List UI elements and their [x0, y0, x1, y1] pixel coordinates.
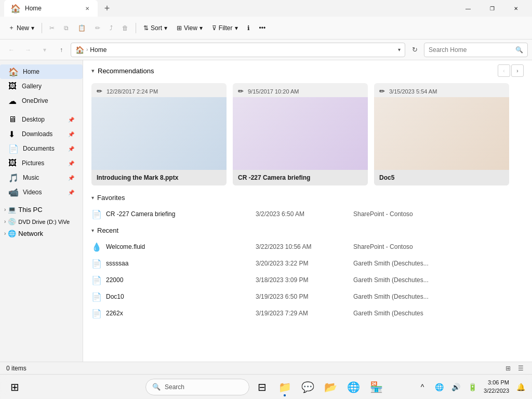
taskbar-store-icon[interactable]: 🏪 [366, 377, 387, 397]
taskbar-battery-icon[interactable]: 🔋 [465, 380, 480, 394]
rec-card-2-footer: Doc5 [374, 170, 509, 185]
new-label: New [17, 24, 29, 32]
taskbar-edge-icon[interactable]: 🌐 [343, 377, 364, 397]
sidebar-item-onedrive[interactable]: ☁ OneDrive [0, 94, 83, 108]
view-button[interactable]: ⊞ View ▾ [172, 20, 207, 36]
sidebar-item-gallery[interactable]: 🖼 Gallery [0, 79, 83, 94]
rec-card-2[interactable]: ✏ 3/15/2023 5:54 AM Doc5 [374, 83, 509, 185]
pictures-icon: 🖼 [8, 158, 18, 168]
more-button[interactable]: ••• [255, 20, 270, 36]
recent-1-date: 3/20/2023 3:22 PM [256, 260, 349, 267]
main-area: 🏠 Home 🖼 Gallery ☁ OneDrive 🖥 Desktop 📌 … [0, 60, 532, 362]
recent-header[interactable]: ▾ Recent [83, 222, 532, 238]
details-button[interactable]: ℹ [243, 20, 254, 36]
recent-item-2[interactable]: 📄 22000 3/18/2023 3:09 PM Gareth Smith (… [83, 272, 532, 288]
taskbar-volume-icon[interactable]: 🔊 [448, 380, 463, 394]
favorite-item-0[interactable]: 📄 CR -227 Camera briefing 3/2/2023 6:50 … [83, 206, 532, 222]
rec-next-button[interactable]: › [511, 64, 524, 77]
recent-4-location: Gareth Smith (Deschutes [353, 310, 423, 317]
favorites-header[interactable]: ▾ Favorites [83, 190, 532, 206]
onedrive-icon: ☁ [8, 96, 18, 106]
cut-button[interactable]: ✂ [45, 20, 59, 36]
share-button[interactable]: ⤴ [105, 20, 117, 36]
search-box[interactable]: 🔍 [424, 43, 528, 57]
grid-view-button[interactable]: ⊞ [503, 363, 513, 374]
taskbar-widgets-icon[interactable]: ⊟ [251, 377, 272, 397]
taskbar-clock: 3:06 PM [484, 379, 509, 387]
sidebar-item-videos[interactable]: 📹 Videos 📌 [0, 185, 83, 200]
recent-item-3[interactable]: 📄 Doc10 3/19/2023 6:50 PM Gareth Smith (… [83, 288, 532, 305]
taskbar-folders-icon[interactable]: 📂 [320, 377, 341, 397]
close-button[interactable]: ✕ [504, 0, 528, 17]
new-tab-button[interactable]: + [100, 1, 114, 16]
minimize-button[interactable]: — [456, 0, 480, 17]
view-controls: ⊞ ☰ [503, 363, 526, 374]
sidebar-item-music[interactable]: 🎵 Music 📌 [0, 170, 83, 185]
sidebar-item-thispc[interactable]: › 💻 This PC [0, 204, 83, 216]
favorite-0-name: CR -227 Camera briefing [106, 210, 251, 218]
maximize-button[interactable]: ❐ [480, 0, 504, 17]
recent-1-icon: 📄 [91, 259, 102, 269]
gallery-icon: 🖼 [8, 82, 18, 91]
notification-icon[interactable]: 🔔 [513, 380, 528, 394]
downloads-pin-icon: 📌 [68, 131, 74, 137]
paste-button[interactable]: 📋 [74, 20, 90, 36]
desktop-icon: 🖥 [8, 115, 18, 124]
rec-prev-button[interactable]: ‹ [498, 64, 510, 77]
taskbar-network-icon[interactable]: 🌐 [432, 380, 446, 394]
sidebar-item-network[interactable]: › 🌐 Network [0, 228, 83, 240]
forward-button[interactable]: → [21, 43, 35, 57]
rec-card-1-edit-icon: ✏ [238, 87, 244, 95]
recent-0-name: Welcome.fluid [106, 243, 251, 250]
recent-locations-button[interactable]: ▾ [37, 43, 52, 57]
sidebar-item-documents[interactable]: 📄 Documents 📌 [0, 141, 83, 156]
up-directory-button[interactable]: ↑ [54, 43, 69, 57]
tab-home-icon: 🏠 [10, 4, 21, 14]
taskbar-search[interactable]: 🔍 Search [145, 379, 249, 395]
music-icon: 🎵 [8, 173, 19, 183]
rec-card-2-header: ✏ 3/15/2023 5:54 AM [374, 83, 509, 97]
search-input[interactable] [429, 46, 513, 54]
sidebar-item-desktop[interactable]: 🖥 Desktop 📌 [0, 112, 83, 127]
copy-button[interactable]: ⧉ [60, 20, 73, 36]
taskbar-teams-icon[interactable]: 💬 [297, 377, 318, 397]
recent-3-icon: 📄 [91, 292, 102, 302]
taskbar-time[interactable]: 3:06 PM 3/22/2023 [482, 379, 511, 395]
file-explorer-tab[interactable]: 🏠 Home ✕ [4, 0, 98, 17]
list-view-button[interactable]: ☰ [515, 363, 526, 374]
sidebar-item-home[interactable]: 🏠 Home [0, 64, 83, 79]
sidebar-item-pictures[interactable]: 🖼 Pictures 📌 [0, 156, 83, 170]
show-hidden-icons-button[interactable]: ^ [415, 380, 430, 394]
rec-card-0-preview [91, 97, 227, 170]
pictures-pin-icon: 📌 [68, 161, 74, 166]
address-path[interactable]: 🏠 › Home ▾ [71, 43, 405, 57]
recent-item-0[interactable]: 💧 Welcome.fluid 3/22/2023 10:56 AM Share… [83, 238, 532, 255]
rec-card-0[interactable]: ✏ 12/28/2017 2:24 PM Introducing the Mar… [91, 83, 227, 185]
sidebar-item-dvddrive[interactable]: › 💿 DVD Drive (D:) ViVe [0, 216, 83, 228]
recent-3-name: Doc10 [106, 293, 251, 300]
network-expand-icon: › [4, 231, 6, 236]
sidebar-label-music: Music [23, 174, 39, 181]
favorite-0-icon: 📄 [91, 209, 102, 219]
sidebar-item-downloads[interactable]: ⬇ Downloads 📌 [0, 127, 83, 141]
recent-item-1[interactable]: 📄 sssssaa 3/20/2023 3:22 PM Gareth Smith… [83, 255, 532, 272]
rename-button[interactable]: ✏ [91, 20, 104, 36]
recent-2-name: 22000 [106, 276, 251, 284]
recommendations-header[interactable]: ▾ Recommendations ‹ › [83, 60, 532, 79]
address-bar: ← → ▾ ↑ 🏠 › Home ▾ ↻ 🔍 [0, 39, 532, 60]
refresh-button[interactable]: ↻ [407, 43, 422, 57]
taskbar-fileexplorer-icon[interactable]: 📁 [274, 377, 295, 397]
paste-icon: 📋 [78, 24, 86, 32]
favorites-arrow: ▾ [91, 195, 94, 201]
recent-item-4[interactable]: 📄 2262x 3/19/2023 7:29 AM Gareth Smith (… [83, 305, 532, 322]
sidebar-label-onedrive: OneDrive [22, 97, 48, 104]
start-button[interactable]: ⊞ [4, 377, 25, 397]
sort-button[interactable]: ⇅ Sort ▾ [139, 20, 171, 36]
rec-card-1[interactable]: ✏ 9/15/2017 10:20 AM CR -227 Camera brie… [233, 83, 368, 185]
back-button[interactable]: ← [4, 43, 19, 57]
rec-card-list: ✏ 12/28/2017 2:24 PM Introducing the Mar… [91, 83, 524, 185]
tab-close-button[interactable]: ✕ [83, 4, 91, 12]
filter-button[interactable]: ⊽ Filter ▾ [208, 20, 242, 36]
new-button[interactable]: ＋ New ▾ [4, 20, 38, 36]
delete-button[interactable]: 🗑 [118, 20, 132, 36]
